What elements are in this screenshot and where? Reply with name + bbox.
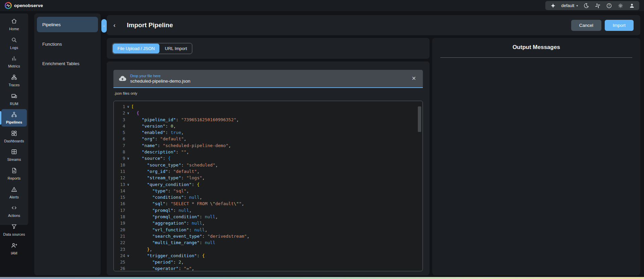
tab-label: File Upload / JSON: [117, 46, 155, 51]
editor-line-21: 21 "search_event_type": "derivedstream",: [114, 233, 423, 239]
cloud-upload-icon: [118, 74, 128, 83]
sidebar-item-traces[interactable]: Traces: [1, 72, 27, 89]
import-button[interactable]: Import: [605, 20, 634, 31]
fold-chevron-icon[interactable]: ∨: [125, 155, 131, 161]
sidebar-item-rum[interactable]: RUM: [1, 91, 27, 108]
editor-line-24: 24∨ "trigger_condition": {: [114, 252, 423, 259]
page-header: ‹ Import Pipeline Cancel Import: [107, 15, 640, 35]
org-selector-value: default: [561, 3, 574, 8]
sidebar-item-logs[interactable]: Logs: [1, 35, 27, 52]
tab-file-upload-json[interactable]: File Upload / JSON: [113, 44, 159, 53]
subnav-item-label: Functions: [42, 42, 62, 47]
editor-line-25: 25 "period": 2,: [114, 259, 423, 265]
fold-chevron-icon[interactable]: ∨: [125, 252, 131, 259]
line-number: 18: [114, 214, 125, 220]
rum-icon: [11, 93, 17, 101]
sidebar-item-pipelines[interactable]: Pipelines: [1, 109, 27, 127]
subnav-item-label: Pipelines: [42, 22, 61, 27]
sidebar-item-reports[interactable]: Reports: [1, 165, 27, 183]
sidebar-item-data-sources[interactable]: Data sources: [1, 221, 27, 239]
code-text: {: [131, 110, 423, 116]
sidebar-item-label: Dashboards: [4, 139, 24, 143]
sidebar-collapse-button[interactable]: ‹: [101, 19, 107, 33]
gear-icon[interactable]: [617, 2, 624, 9]
openobserve-logo: [5, 2, 12, 9]
code-text: "vrl_function": null,: [131, 227, 423, 233]
sidebar-item-dashboards[interactable]: Dashboards: [1, 128, 27, 145]
sidebar-item-label: Logs: [10, 46, 18, 50]
fold-spacer: [125, 194, 131, 200]
fold-spacer: [125, 168, 131, 175]
editor-line-14: 14 "type": "sql",: [114, 188, 423, 194]
sidebar-item-streams[interactable]: Streams: [1, 146, 27, 164]
file-dropzone[interactable]: Drop your file here scheduled-pipeline-d…: [113, 70, 423, 88]
line-number: 25: [114, 259, 125, 265]
line-number: 9: [114, 155, 125, 161]
back-button[interactable]: ‹: [113, 22, 122, 29]
json-editor[interactable]: 1∨[2∨ {3 "pipeline_id": "739651625016099…: [113, 101, 423, 271]
chevron-left-icon: ‹: [103, 24, 104, 28]
sparkle-icon[interactable]: [550, 2, 556, 9]
chevron-down-icon: ▾: [576, 4, 578, 7]
editor-line-26: 26 "operator": "=",: [114, 265, 423, 271]
code-text: "version": 0,: [131, 123, 423, 129]
user-icon[interactable]: [629, 2, 635, 9]
subnav-item-enrichment-tables[interactable]: Enrichment Tables: [37, 56, 98, 71]
moon-icon[interactable]: [583, 2, 589, 9]
code-text: "promql_condition": null,: [131, 214, 423, 220]
sidebar-item-metrics[interactable]: Metrics: [1, 53, 27, 71]
subnav-item-pipelines[interactable]: Pipelines: [37, 17, 98, 32]
fold-spacer: [125, 227, 131, 233]
tab-label: URL Import: [165, 46, 187, 51]
sidebar-item-label: RUM: [10, 102, 18, 106]
import-mode-tabs-card: File Upload / JSONURL Import: [107, 38, 430, 59]
fold-chevron-icon[interactable]: ∨: [125, 181, 131, 188]
metrics-icon: [11, 55, 17, 63]
sidebar-item-label: Data sources: [3, 232, 25, 237]
sidebar-item-home[interactable]: Home: [1, 16, 27, 33]
dashboards-icon: [11, 130, 17, 138]
code-text: "source": {: [131, 155, 423, 161]
editor-line-15: 15 "conditions": null,: [114, 194, 423, 200]
fold-spacer: [125, 123, 131, 129]
code-text: "stream_type": "logs",: [131, 175, 423, 181]
editor-line-8: 8 "description": "",: [114, 149, 423, 155]
code-text: },: [131, 246, 423, 252]
subnav-item-functions[interactable]: Functions: [37, 36, 98, 52]
editor-line-22: 22 "multi_time_range": null: [114, 239, 423, 246]
subnav-item-label: Enrichment Tables: [42, 61, 80, 66]
code-text: "trigger_condition": {: [131, 252, 423, 259]
fold-spacer: [125, 136, 131, 142]
help-icon[interactable]: ?: [606, 2, 612, 9]
fold-spacer: [125, 162, 131, 168]
dropzone-filename: scheduled-pipeline-demo.json: [130, 79, 190, 84]
sidebar-item-label: Traces: [8, 83, 19, 87]
fold-spacer: [125, 259, 131, 265]
line-number: 20: [114, 227, 125, 233]
code-text: "type": "sql",: [131, 188, 423, 194]
sidebar-item-actions[interactable]: Actions: [1, 202, 27, 220]
cancel-button[interactable]: Cancel: [571, 20, 601, 31]
line-number: 17: [114, 207, 125, 214]
fold-spacer: [125, 207, 131, 214]
slack-icon[interactable]: [594, 2, 601, 9]
brand: openobserve: [5, 2, 43, 9]
datasources-icon: [11, 223, 17, 231]
sidebar-item-alerts[interactable]: Alerts: [1, 184, 27, 201]
fold-spacer: [125, 200, 131, 207]
line-number: 14: [114, 188, 125, 194]
code-text: "source_type": "scheduled",: [131, 162, 423, 168]
tab-url-import[interactable]: URL Import: [160, 43, 192, 54]
sidebar-item-iam[interactable]: IAM: [1, 240, 27, 258]
clear-file-icon[interactable]: ✕: [412, 76, 416, 81]
dropzone-hint: .json files only: [114, 91, 422, 95]
alerts-icon: [11, 186, 17, 194]
code-text: "sql": "SELECT * FROM \"default\"",: [131, 200, 423, 207]
line-number: 4: [114, 123, 125, 129]
line-number: 16: [114, 200, 125, 207]
fold-chevron-icon[interactable]: ∨: [125, 103, 131, 110]
org-selector[interactable]: default ▾: [561, 3, 578, 8]
editor-scrollbar[interactable]: [418, 106, 421, 132]
editor-line-23: 23 },: [114, 246, 423, 252]
fold-chevron-icon[interactable]: ∨: [125, 110, 131, 116]
